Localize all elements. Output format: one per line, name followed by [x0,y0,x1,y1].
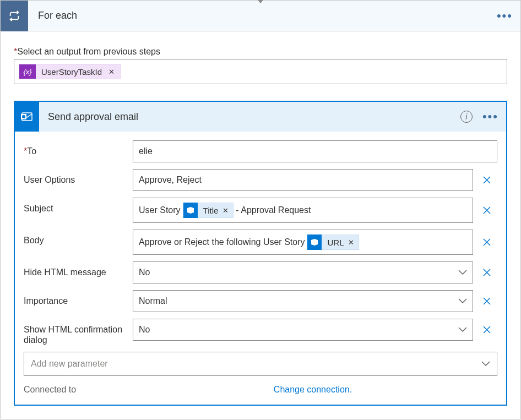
send-approval-header[interactable]: Send approval email i ••• [15,102,506,132]
info-icon[interactable]: i [460,111,473,123]
svg-point-2 [22,115,25,118]
row-importance: Importance Normal [24,290,497,312]
foreach-header[interactable]: For each ••• [1,1,520,31]
token-remove-icon[interactable]: ✕ [107,68,116,76]
row-subject: Subject User Story Title ✕ - Ap [24,198,497,223]
select-show-html-confirm[interactable]: No [133,319,473,341]
token-userstorytaskid[interactable]: {x} UserStoryTaskId ✕ [19,64,121,79]
action-title: Send approval email [48,111,138,123]
clear-body-icon[interactable] [476,230,497,255]
connection-label: Connected to [24,385,128,395]
label-subject: Subject [24,198,128,214]
foreach-body: *Select an output from previous steps {x… [1,31,520,419]
label-show-html-confirm: Show HTML confirmation dialog [24,319,128,345]
outlook-icon [15,102,39,132]
chevron-down-icon [453,319,473,340]
output-label: *Select an output from previous steps [14,47,507,57]
chip-title-remove-icon[interactable]: ✕ [222,206,233,215]
row-hide-html: Hide HTML message No [24,261,497,283]
devops-icon [183,203,198,218]
add-parameter-dropdown[interactable]: Add new parameter [24,352,497,376]
chevron-down-icon [481,361,490,367]
label-body: Body [24,230,128,246]
chip-url-remove-icon[interactable]: ✕ [348,238,359,247]
action-body: *To elie User Options Approve, Reject [15,132,506,405]
clear-importance-icon[interactable] [476,290,497,312]
action-more-icon[interactable]: ••• [482,110,498,124]
flow-connector-arrow [255,0,266,3]
input-body[interactable]: Approve or Reject the following User Sto… [133,230,473,255]
input-user-options[interactable]: Approve, Reject [133,169,473,191]
foreach-more-icon[interactable]: ••• [497,9,513,23]
token-label: UserStoryTaskId [36,67,107,77]
send-approval-card: Send approval email i ••• *To elie [14,101,507,406]
input-to[interactable]: elie [133,140,497,162]
chip-url[interactable]: URL ✕ [307,234,359,250]
label-to: *To [24,140,128,156]
select-importance[interactable]: Normal [133,290,473,312]
label-importance: Importance [24,290,128,306]
select-hide-html[interactable]: No [133,261,473,283]
change-connection-link[interactable]: Change connection. [128,385,497,395]
clear-hide-html-icon[interactable] [476,261,497,283]
clear-subject-icon[interactable] [476,198,497,223]
row-user-options: User Options Approve, Reject [24,169,497,191]
label-user-options: User Options [24,169,128,185]
clear-user-options-icon[interactable] [476,169,497,191]
output-field[interactable]: {x} UserStoryTaskId ✕ [14,59,507,84]
loop-icon [1,1,28,31]
connection-row: Connected to Change connection. [24,376,497,400]
clear-show-html-confirm-icon[interactable] [476,319,497,341]
chevron-down-icon [453,291,473,312]
row-to: *To elie [24,140,497,162]
foreach-title: For each [38,10,77,21]
foreach-card: For each ••• *Select an output from prev… [0,0,521,419]
row-body: Body Approve or Reject the following Use… [24,230,497,255]
chip-title[interactable]: Title ✕ [183,203,234,218]
devops-icon [307,234,322,250]
label-hide-html: Hide HTML message [24,261,128,277]
row-show-html-confirm: Show HTML confirmation dialog No [24,319,497,345]
chevron-down-icon [453,262,473,283]
input-subject[interactable]: User Story Title ✕ - Approval Request [133,198,473,223]
expression-icon: {x} [19,64,36,79]
